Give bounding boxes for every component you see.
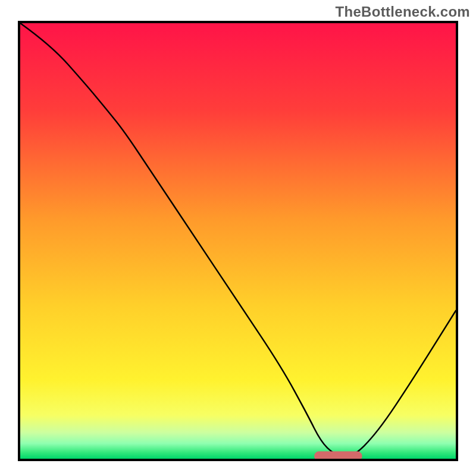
- optimal-marker: [314, 452, 362, 459]
- watermark-text: TheBottleneck.com: [336, 4, 470, 20]
- plot-area: [20, 23, 456, 459]
- chart-container: TheBottleneck.com: [0, 0, 476, 476]
- bottleneck-curve: [20, 23, 456, 457]
- plot-overlay: [20, 23, 456, 459]
- plot-frame: [18, 21, 458, 461]
